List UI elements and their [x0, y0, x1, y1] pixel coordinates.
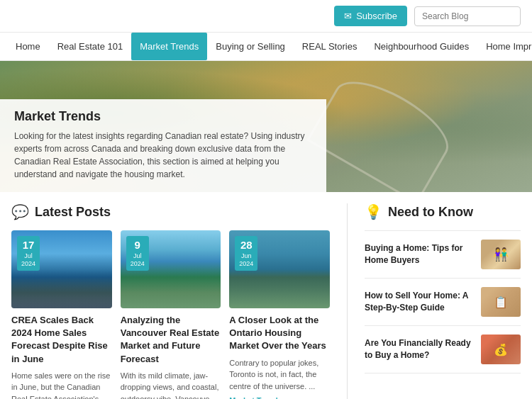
email-icon: ✉: [344, 11, 352, 21]
nav-item-home[interactable]: Home: [7, 33, 49, 60]
bulb-icon: 💡: [365, 203, 382, 220]
subscribe-button[interactable]: ✉ Subscribe: [334, 6, 407, 26]
post-title: Analyzing the Vancouver Real Estate Mark…: [121, 314, 221, 366]
hero-overlay: Market Trends Looking for the latest ins…: [0, 99, 326, 192]
main-nav: HomeReal Estate 101Market TrendsBuying o…: [0, 32, 532, 61]
ntk-item-title: Buying a Home: Tips for Home Buyers: [365, 242, 474, 266]
ntk-item-title: How to Sell Your Home: A Step-By-Step Gu…: [365, 290, 474, 314]
post-excerpt: Contrary to popular jokes, Toronto is no…: [229, 357, 330, 393]
ntk-item-title: Are You Financially Ready to Buy a Home?: [365, 337, 474, 361]
post-card-vancouver[interactable]: 9 Jul 2024 Analyzing the Vancouver Real …: [121, 230, 221, 399]
posts-grid: 17 Jul 2024 CREA Scales Back 2024 Home S…: [11, 230, 330, 399]
hero-description: Looking for the latest insights regardin…: [14, 130, 312, 181]
ntk-list: Buying a Home: Tips for Home Buyers How …: [365, 230, 521, 373]
post-category[interactable]: Market Trends: [229, 396, 330, 399]
need-to-know-title: 💡 Need to Know: [365, 203, 521, 220]
nav-item-neighbourhood-guides[interactable]: Neighbourhood Guides: [365, 33, 477, 60]
main-content: 💬 Latest Posts 17 Jul 2024 CREA Scales B…: [0, 192, 532, 399]
post-card-crea[interactable]: 17 Jul 2024 CREA Scales Back 2024 Home S…: [11, 230, 112, 399]
need-to-know-section: 💡 Need to Know Buying a Home: Tips for H…: [365, 203, 521, 399]
section-divider: [347, 203, 348, 399]
date-day: 17: [21, 238, 35, 252]
date-day: 28: [239, 238, 253, 252]
hero-title: Market Trends: [14, 109, 312, 124]
nav-item-market-trends[interactable]: Market Trends: [131, 33, 207, 60]
post-image: 28 Jun 2024: [229, 230, 330, 308]
post-title: A Closer Look at the Ontario Housing Mar…: [229, 314, 330, 353]
ntk-thumbnail: [481, 287, 521, 317]
date-day: 9: [131, 238, 145, 252]
subscribe-label: Subscribe: [356, 11, 397, 21]
hero-section: Market Trends Looking for the latest ins…: [0, 61, 532, 192]
nav-item-home-improvements[interactable]: Home Improvements and Design: [477, 33, 532, 60]
date-month: Jun: [239, 252, 253, 261]
date-badge: 28 Jun 2024: [235, 236, 257, 271]
header: ✉ Subscribe: [0, 0, 532, 32]
post-excerpt: Home sales were on the rise in June, but…: [11, 370, 112, 399]
date-month: Jul: [131, 252, 145, 261]
nav-item-real-stories[interactable]: REAL Stories: [294, 33, 366, 60]
post-image: 17 Jul 2024: [11, 230, 112, 308]
ntk-item-financially-ready[interactable]: Are You Financially Ready to Buy a Home?: [365, 326, 521, 373]
post-card-ontario[interactable]: 28 Jun 2024 A Closer Look at the Ontario…: [229, 230, 330, 399]
ntk-thumbnail: [481, 335, 521, 364]
date-month: Jul: [21, 252, 35, 261]
date-year: 2024: [21, 260, 35, 269]
latest-posts-title: 💬 Latest Posts: [11, 203, 330, 220]
nav-item-real-estate-101[interactable]: Real Estate 101: [49, 33, 132, 60]
need-to-know-label: Need to Know: [388, 205, 473, 220]
search-input[interactable]: [414, 6, 521, 26]
ntk-item-buying-tips[interactable]: Buying a Home: Tips for Home Buyers: [365, 230, 521, 279]
date-badge: 17 Jul 2024: [17, 236, 40, 271]
post-excerpt: With its mild climate, jaw-dropping view…: [121, 370, 221, 399]
ntk-thumbnail: [481, 240, 521, 269]
nav-item-buying-or-selling[interactable]: Buying or Selling: [207, 33, 294, 60]
chat-icon: 💬: [11, 203, 29, 220]
post-title: CREA Scales Back 2024 Home Sales Forecas…: [11, 314, 112, 366]
date-badge: 9 Jul 2024: [126, 236, 149, 271]
date-year: 2024: [239, 260, 253, 269]
post-image: 9 Jul 2024: [121, 230, 221, 308]
latest-posts-label: Latest Posts: [35, 205, 111, 220]
ntk-item-selling-guide[interactable]: How to Sell Your Home: A Step-By-Step Gu…: [365, 279, 521, 326]
date-year: 2024: [131, 260, 145, 269]
latest-posts-section: 💬 Latest Posts 17 Jul 2024 CREA Scales B…: [11, 203, 330, 399]
